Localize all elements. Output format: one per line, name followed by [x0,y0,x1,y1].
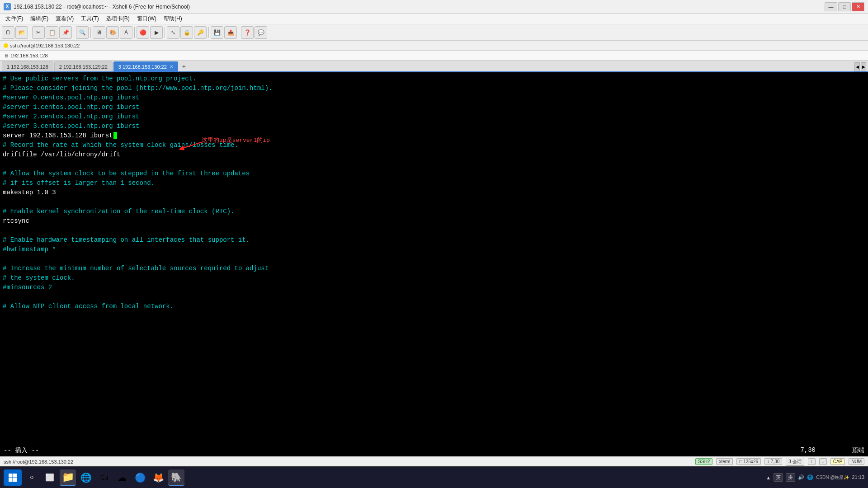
terminal-line-11: # Allow the system clock to be stepped i… [3,169,865,178]
menu-item-v[interactable]: 查看(V) [52,14,77,23]
taskbar-taskview[interactable]: ⬜ [42,469,58,486]
tab-scroll-right[interactable]: ▶ [861,62,866,71]
tab-2[interactable]: 2 192.168.153.129:22 [54,61,113,71]
toolbar-resize[interactable]: ⤡ [167,26,179,39]
svg-rect-4 [9,478,13,482]
terminal-line-18: # Enable hardware timestamping on all in… [3,235,865,245]
terminal-line-17 [3,226,865,235]
tab-scroll: ◀ ▶ [854,62,866,71]
terminal-line-24 [3,292,865,302]
toolbar-paste[interactable]: 📌 [59,26,72,39]
xshell-status-bar: ssh://root@192.168.153.130:22 SSH2 xterm… [0,456,868,466]
toolbar-session[interactable]: 🖥 [93,26,105,39]
vim-mode: -- 插入 -- [4,446,39,455]
vim-scroll: 顶端 [852,446,864,455]
terminal-line-3: #server 0.centos.pool.ntp.org iburst [3,93,865,103]
terminal-line-1: # Use public servers from the pool.ntp.o… [3,74,865,84]
terminal-line-12: # if its offset is larger than 1 second. [3,178,865,188]
menu-item-f[interactable]: 文件(F) [2,14,27,23]
toolbar-color[interactable]: 🎨 [106,26,119,39]
terminal-line-23: #minsources 2 [3,283,865,292]
menu-item-w[interactable]: 窗口(W) [133,14,160,23]
status-num: NUM [849,458,864,465]
xshell-session-label: ssh://root@192.168.153.130:22 [4,459,73,465]
session-text: ssh://root@192.168.153.130:22 [10,43,80,48]
tab-1[interactable]: 1 192.168.153.128 [2,61,53,71]
taskbar-arrow-up: ▲ [766,475,771,480]
start-button[interactable] [4,469,22,486]
terminal-line-22: # the system clock. [3,273,865,283]
toolbar-find[interactable]: 🔍 [76,26,89,39]
status-up: ↑ [808,458,816,465]
taskbar-file-manager[interactable]: 📁 [60,469,76,486]
terminal-line-9: driftfile /var/lib/chrony/drift [3,150,865,160]
clock-time: 21:13 [852,474,864,481]
toolbar-chat[interactable]: 💬 [255,26,267,39]
minimize-button[interactable]: — [825,2,837,11]
taskbar-explorer[interactable]: 🗂 [96,469,112,486]
status-pos: ↕ 7,30 [764,458,782,465]
menu-item-e[interactable]: 编辑(E) [27,14,52,23]
taskbar-network[interactable]: 🌐 [807,474,813,480]
svg-rect-2 [9,474,13,478]
window-controls: — □ ✕ [825,2,864,11]
toolbar-sftp[interactable]: 📤 [224,26,237,39]
status-size: □ 125x26 [736,458,761,465]
status-cap: CAP [830,458,845,465]
toolbar-save[interactable]: 💾 [211,26,223,39]
taskbar-search[interactable]: ⚬ [24,469,40,486]
address-text: 192.168.153.128 [10,53,48,58]
toolbar-lock[interactable]: 🔒 [180,26,193,39]
tab-scroll-left[interactable]: ◀ [854,62,860,71]
tab-add-button[interactable]: + [179,61,189,71]
toolbar-open[interactable]: 📂 [15,26,28,39]
maximize-button[interactable]: □ [838,2,851,11]
taskbar-left: ⚬ ⬜ 📁 🌐 🗂 ☁ 🔵 🦊 🐘 [4,469,184,486]
csdn-label: CSDN @晚星✨ [816,474,849,481]
menu-item-b[interactable]: 选项卡(B) [103,14,133,23]
terminal-line-20 [3,254,865,264]
toolbar-copy[interactable]: 📋 [46,26,58,39]
close-button[interactable]: ✕ [852,2,864,11]
taskbar-onedrive[interactable]: ☁ [114,469,130,486]
terminal-content[interactable]: # Use public servers from the pool.ntp.o… [0,72,868,444]
terminal-line-15: # Enable kernel synchronization of the r… [3,207,865,216]
lang-english[interactable]: 英 [774,473,783,482]
session-bar: ssh://root@192.168.153.130:22 [0,41,868,51]
windows-logo [8,473,17,482]
terminal-cursor [113,132,117,139]
taskbar-edge[interactable]: 🌐 [78,469,94,486]
terminal-line-8: # Record the rate at which the system cl… [3,141,865,150]
lang-pinyin[interactable]: 拼 [786,473,795,482]
taskbar-firefox[interactable]: 🦊 [150,469,166,486]
taskbar-xshell[interactable]: 🐘 [168,469,184,486]
vim-status-bar: -- 插入 -- 7,30 顶端 [0,444,868,456]
toolbar-font[interactable]: A [120,26,132,39]
toolbar-run[interactable]: ▶ [150,26,163,39]
tab-3[interactable]: 3 192.168.153.130:22 ✕ [113,61,178,71]
tab-3-close-icon[interactable]: ✕ [170,64,173,69]
toolbar-cut[interactable]: ✂ [32,26,45,39]
status-sessions: 3 会话 [786,458,804,466]
taskbar-keeper[interactable]: 🔵 [132,469,148,486]
taskbar-volume[interactable]: 🔊 [798,474,804,480]
menu-item-t[interactable]: 工具(T) [77,14,102,23]
terminal-line-14 [3,197,865,207]
svg-rect-3 [13,474,17,478]
terminal-line-13: makestep 1.0 3 [3,188,865,197]
toolbar-key[interactable]: 🔑 [194,26,207,39]
app-icon: X [4,3,11,10]
terminal-line-4: #server 1.centos.pool.ntp.org iburst [3,103,865,112]
title-bar: X 192.168.153.130:22 - root@localhost:~ … [0,0,868,14]
terminal-line-7: server 192.168.153.128 iburst [3,131,865,141]
svg-rect-5 [13,478,17,482]
toolbar-stop[interactable]: 🔴 [137,26,149,39]
address-bar: 🖥 192.168.153.128 [0,51,868,61]
terminal-line-25: # Allow NTP client access from local net… [3,302,865,311]
toolbar-help[interactable]: ❓ [241,26,254,39]
menu-item-h[interactable]: 帮助(H) [160,14,186,23]
toolbar-new[interactable]: 🗒 [2,26,14,39]
vim-row-col: 7,30 [800,446,816,455]
terminal-container: # Use public servers from the pool.ntp.o… [0,72,868,456]
taskbar-time: 21:13 [852,474,864,481]
